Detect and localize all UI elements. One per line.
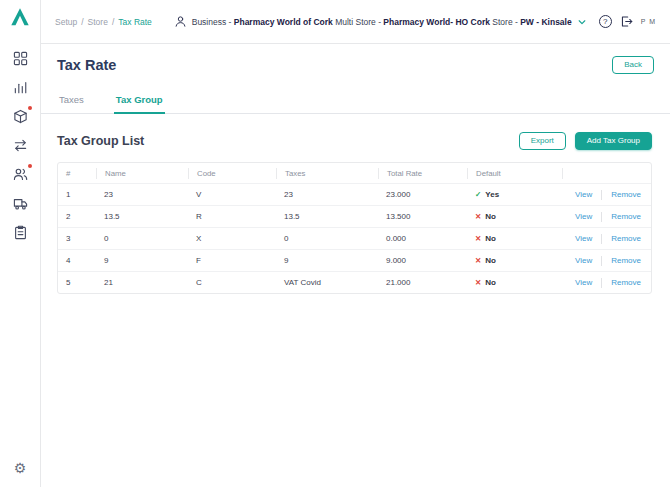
row-number: 5	[66, 278, 70, 287]
x-icon: ✕	[475, 234, 481, 243]
breadcrumb-item[interactable]: Setup	[55, 17, 77, 27]
store-selector-text: Business - Pharmacy World of Cork Multi …	[192, 17, 572, 27]
cell-code: X	[188, 234, 276, 243]
view-link[interactable]: View	[575, 190, 592, 199]
table-row: 4 9 F 9 9.000 ✕ No View Remove	[58, 249, 651, 271]
logout-button[interactable]	[620, 15, 633, 28]
table-body: 1 23 V 23 23.000 ✓ Yes View Remove 2 13.…	[58, 183, 651, 293]
clipboard-icon	[13, 225, 28, 240]
package-icon	[13, 109, 28, 124]
action-divider	[601, 212, 602, 222]
settings-button[interactable]: ⚙	[14, 461, 27, 475]
users-icon	[13, 167, 28, 182]
tabs: Taxes Tax Group	[41, 88, 670, 114]
store-name-label: Store -	[490, 17, 520, 27]
cell-name: 0	[96, 234, 188, 243]
remove-link[interactable]: Remove	[611, 190, 641, 199]
cell-name: 21	[96, 278, 188, 287]
cell-actions: View Remove	[562, 278, 651, 288]
tax-group-table: # Name Code Taxes Total Rate Default 1 2…	[57, 162, 652, 294]
row-total-rate: 13.500	[386, 212, 410, 221]
cell-name: 13.5	[96, 212, 188, 221]
row-code: C	[196, 278, 202, 287]
store-label: Business -	[192, 17, 234, 27]
sidebar-item-dashboard[interactable]	[12, 50, 29, 67]
view-link[interactable]: View	[575, 278, 592, 287]
default-label: No	[485, 278, 496, 287]
cell-total-rate: 9.000	[378, 256, 467, 265]
sidebar-item-orders[interactable]	[12, 224, 29, 241]
view-link[interactable]: View	[575, 256, 592, 265]
row-taxes: 9	[284, 256, 288, 265]
sidebar-item-transfers[interactable]	[12, 137, 29, 154]
analytics-icon	[13, 80, 28, 95]
cell-name: 23	[96, 190, 188, 199]
column-header-code: Code	[188, 168, 276, 179]
sidebar-item-products[interactable]	[12, 108, 29, 125]
section-header: Tax Group List Export Add Tax Group	[41, 114, 670, 150]
breadcrumb-item[interactable]: Store	[88, 17, 108, 27]
cell-name: 9	[96, 256, 188, 265]
sidebar-item-users[interactable]	[12, 166, 29, 183]
breadcrumb: Setup/Store/Tax Rate	[55, 17, 152, 27]
row-number: 3	[66, 234, 70, 243]
row-total-rate: 21.000	[386, 278, 410, 287]
cell-number: 1	[58, 190, 96, 199]
cell-taxes: 0	[276, 234, 378, 243]
app-logo[interactable]	[9, 6, 31, 28]
column-header-default: Default	[467, 168, 562, 179]
row-total-rate: 9.000	[386, 256, 406, 265]
row-code: V	[196, 190, 201, 199]
row-name: 13.5	[104, 212, 120, 221]
cell-number: 3	[58, 234, 96, 243]
back-button[interactable]: Back	[612, 56, 654, 74]
breadcrumb-separator: /	[112, 17, 114, 27]
add-tax-group-button[interactable]: Add Tax Group	[575, 132, 652, 150]
cell-taxes: VAT Covid	[276, 278, 378, 287]
remove-link[interactable]: Remove	[611, 278, 641, 287]
sidebar-item-deliveries[interactable]	[12, 195, 29, 212]
table-row: 3 0 X 0 0.000 ✕ No View Remove	[58, 227, 651, 249]
cell-code: R	[188, 212, 276, 221]
column-header-name: Name	[96, 168, 188, 179]
default-label: No	[485, 256, 496, 265]
breadcrumb-item[interactable]: Tax Rate	[118, 17, 152, 27]
action-divider	[601, 256, 602, 266]
page-header: Tax Rate Back	[41, 44, 670, 74]
default-label: Yes	[485, 190, 499, 199]
view-link[interactable]: View	[575, 234, 592, 243]
table-row: 5 21 C VAT Covid 21.000 ✕ No View Remove	[58, 271, 651, 293]
cell-code: V	[188, 190, 276, 199]
row-name: 21	[104, 278, 113, 287]
row-number: 1	[66, 190, 70, 199]
cell-actions: View Remove	[562, 212, 651, 222]
row-number: 2	[66, 212, 70, 221]
default-label: No	[485, 212, 496, 221]
x-icon: ✕	[475, 278, 481, 287]
cell-number: 2	[58, 212, 96, 221]
remove-link[interactable]: Remove	[611, 212, 641, 221]
export-button[interactable]: Export	[519, 132, 566, 150]
row-code: X	[196, 234, 201, 243]
cell-default: ✕ No	[467, 234, 562, 243]
row-name: 0	[104, 234, 108, 243]
x-icon: ✕	[475, 212, 481, 221]
store-value: PW - Kinsale	[520, 17, 571, 27]
remove-link[interactable]: Remove	[611, 256, 641, 265]
delivery-truck-icon	[13, 196, 28, 211]
view-link[interactable]: View	[575, 212, 592, 221]
store-selector[interactable]: Business - Pharmacy World of Cork Multi …	[174, 15, 587, 28]
transfer-icon	[13, 138, 28, 153]
table-header-row: # Name Code Taxes Total Rate Default	[58, 163, 651, 183]
user-icon	[174, 15, 187, 28]
row-taxes: VAT Covid	[284, 278, 321, 287]
default-label: No	[485, 234, 496, 243]
remove-link[interactable]: Remove	[611, 234, 641, 243]
logout-icon	[620, 15, 633, 28]
cell-total-rate: 23.000	[378, 190, 467, 199]
tab-taxes[interactable]: Taxes	[57, 88, 86, 113]
help-button[interactable]: ?	[599, 15, 612, 28]
sidebar-item-analytics[interactable]	[12, 79, 29, 96]
chevron-down-icon	[577, 17, 587, 27]
tab-tax-group[interactable]: Tax Group	[114, 88, 165, 114]
